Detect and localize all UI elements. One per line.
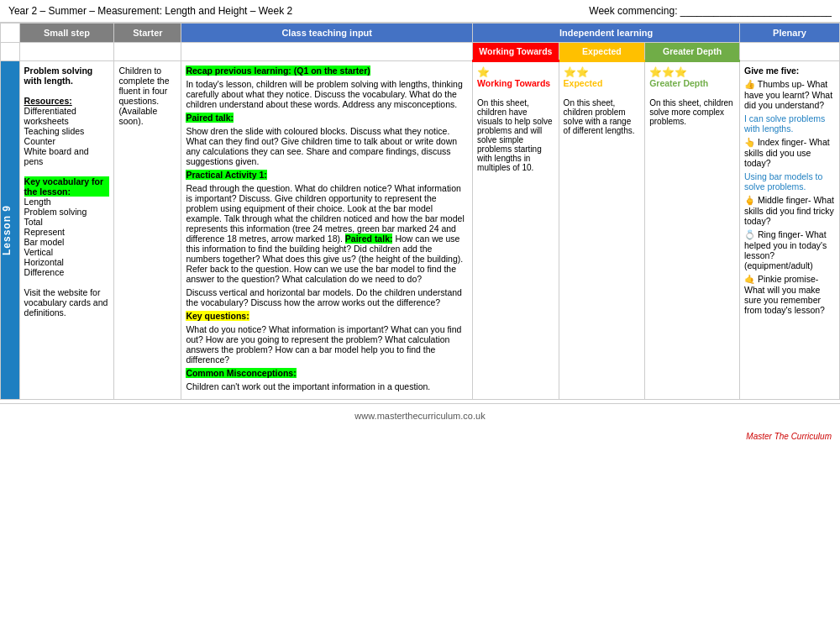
greater-stars: ⭐⭐⭐ bbox=[649, 66, 735, 78]
expected-cell: ⭐⭐ Expected On this sheet, children prob… bbox=[559, 61, 645, 400]
header-independent: Independent learning bbox=[473, 24, 740, 43]
expected-label: Expected bbox=[564, 78, 641, 88]
key-vocab-items: Length Problem solving Total Represent B… bbox=[24, 197, 110, 277]
recap-label: Recap previous learning: (Q1 on the star… bbox=[186, 66, 370, 76]
recap-text: In today's lesson, children will be prob… bbox=[186, 79, 468, 109]
subheader-working: Working Towards bbox=[473, 43, 559, 61]
working-label: Working Towards bbox=[477, 78, 554, 88]
sub-header-small bbox=[19, 43, 114, 61]
logo-area: Master The Curriculum bbox=[0, 428, 840, 445]
greater-depth-cell: ⭐⭐⭐ Greater Depth On this sheet, childre… bbox=[645, 61, 740, 400]
header-week: Week commencing: _______________________… bbox=[589, 5, 832, 17]
starter-text: Children to complete the fluent in four … bbox=[118, 66, 176, 126]
plenary-index: 👆 Index finger- What skills did you use … bbox=[744, 137, 835, 168]
header-small-step: Small step bbox=[19, 24, 114, 43]
plenary-blue-2: Using bar models to solve problems. bbox=[744, 171, 835, 192]
plenary-ring: 💍 Ring finger- What helped you in today'… bbox=[744, 229, 835, 270]
website-note: Visit the website for vocabulary cards a… bbox=[24, 287, 110, 318]
logo-text: Master The Curriculum bbox=[746, 432, 832, 441]
paired-talk-1-text: Show dren the slide with coloured blocks… bbox=[186, 126, 468, 166]
lesson-label-cell: Lesson 9 bbox=[1, 61, 20, 400]
paired-talk-inline: Paired talk: bbox=[345, 234, 393, 244]
subheader-expected: Expected bbox=[559, 43, 645, 61]
sub-header-plenary bbox=[739, 43, 839, 61]
plenary-cell: Give me five: 👍 Thumbs up- What have you… bbox=[739, 61, 839, 400]
small-step-cell: Problem solving with length. Resources: … bbox=[19, 61, 114, 400]
plenary-thumb: 👍 Thumbs up- What have you learnt? What … bbox=[744, 79, 835, 110]
sub-header-starter bbox=[114, 43, 181, 61]
plenary-pinkie: 🤙 Pinkie promise- What will you make sur… bbox=[744, 274, 835, 315]
practical-text: Read through the question. What do child… bbox=[186, 183, 468, 284]
sub-header-lesson bbox=[1, 43, 20, 61]
resources-text: Differentiated worksheets Teaching slide… bbox=[24, 106, 110, 166]
starter-cell: Children to complete the fluent in four … bbox=[114, 61, 181, 400]
greater-text: On this sheet, children solve more compl… bbox=[649, 98, 735, 126]
practical-cont: Discuss vertical and horizontal bar mode… bbox=[186, 287, 468, 307]
common-text: Children can't work out the important in… bbox=[186, 381, 468, 391]
page-header: Year 2 – Summer – Measurement: Length an… bbox=[0, 0, 840, 23]
lesson-label: Lesson 9 bbox=[1, 205, 13, 255]
common-label: Common Misconceptions: bbox=[186, 368, 296, 378]
paired-talk-1-label: Paired talk: bbox=[186, 113, 234, 123]
practical-label: Practical Activity 1: bbox=[186, 170, 267, 180]
working-stars: ⭐ bbox=[477, 66, 554, 78]
header-teaching: Class teaching input bbox=[181, 24, 473, 43]
greater-label: Greater Depth bbox=[649, 78, 735, 88]
sub-header-teaching bbox=[181, 43, 473, 61]
working-towards-cell: ⭐ Working Towards On this sheet, childre… bbox=[473, 61, 559, 400]
resources-label: Resources: bbox=[24, 96, 110, 106]
working-text: On this sheet, children have visuals to … bbox=[477, 98, 554, 172]
header-title: Year 2 – Summer – Measurement: Length an… bbox=[8, 5, 292, 17]
teaching-cell: Recap previous learning: (Q1 on the star… bbox=[181, 61, 473, 400]
header-plenary: Plenary bbox=[739, 24, 839, 43]
key-q-text: What do you notice? What information is … bbox=[186, 324, 468, 365]
plenary-middle: 🖕 Middle finger- What skills did you fin… bbox=[744, 195, 835, 226]
plenary-intro: Give me five: bbox=[744, 66, 835, 76]
footer-url: www.masterthecurriculum.co.uk bbox=[354, 411, 485, 421]
header-lesson-col bbox=[1, 24, 20, 43]
plenary-blue-1: I can solve problems with lengths. bbox=[744, 113, 835, 134]
expected-text: On this sheet, children problem solve wi… bbox=[564, 98, 641, 135]
small-step-title: Problem solving with length. bbox=[24, 66, 110, 86]
key-q-label: Key questions: bbox=[186, 311, 249, 321]
key-vocab-label: Key vocabulary for the lesson: bbox=[24, 176, 110, 197]
expected-stars: ⭐⭐ bbox=[564, 66, 641, 78]
header-starter: Starter bbox=[114, 24, 181, 43]
subheader-greater: Greater Depth bbox=[645, 43, 740, 61]
